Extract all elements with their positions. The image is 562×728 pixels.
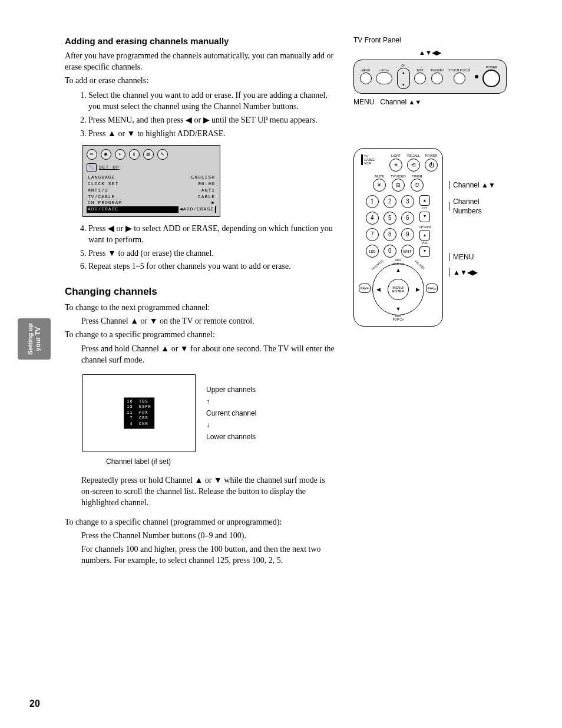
right-arrow-icon: ▶	[125, 223, 132, 233]
menu-icon: ▥	[143, 149, 154, 160]
down-arrow-icon: ▼	[127, 129, 135, 138]
ch-up-button: ▴	[419, 195, 430, 206]
channel-rocker: ▴▾	[397, 68, 410, 89]
menu-icon: ▭	[87, 149, 97, 160]
num-7-button: 7	[366, 228, 379, 241]
front-panel-title: TV Front Panel	[353, 35, 507, 45]
step-1: Select the channel you want to add or er…	[88, 90, 336, 113]
para: After you have programmed the channels a…	[65, 51, 336, 73]
para: To change to the next programmed channel…	[65, 302, 336, 314]
side-column: TV Front Panel ▲▼◀▶ MENU −VOL+ CH ▴▾ EXI…	[353, 35, 507, 568]
down-arrow-icon: ▼	[214, 475, 222, 485]
vol-down-button: ▾	[419, 246, 430, 257]
right-arrow-icon: ▶	[203, 115, 210, 124]
nav-arrows-icon: ▲▼◀▶	[353, 48, 507, 57]
step-4: Press ◀ or ▶ to select ADD or ERASE, dep…	[88, 223, 336, 246]
para: To add or erase channels:	[65, 75, 336, 87]
recall-button: ⟲	[407, 159, 420, 172]
nav-down-icon: ▼	[396, 305, 401, 312]
down-arrow-icon: ▼	[150, 316, 158, 325]
para: To change to a specific channel (program…	[65, 517, 336, 528]
para: To change to a specific programmed chann…	[65, 330, 336, 341]
nav-ring: FAVORITE PIC SIZE ADV. POP CH ▲ ▼ ◀ ▶ ME…	[372, 263, 424, 315]
callout-channel-numbers: Channel Numbers	[449, 202, 507, 210]
para: For channels 100 and higher, press the 1…	[65, 544, 336, 566]
num-8-button: 8	[384, 228, 396, 241]
wrench-icon: 🔧	[87, 163, 97, 172]
led-icon	[475, 75, 478, 78]
up-arrow-icon: ↑	[206, 397, 256, 406]
label-upper: Upper channels	[206, 385, 256, 394]
para: Repeatedly press or hold Channel ▲ or ▼ …	[65, 475, 336, 509]
setup-title: SET UP	[99, 164, 120, 171]
callout-channel-ud: Channel ▲▼	[449, 181, 507, 189]
section-tab: Setting upyour TV	[18, 318, 51, 360]
fav-up-button: FAV▴	[426, 284, 438, 293]
up-arrow-icon: ▲	[108, 129, 116, 138]
num-4-button: 4	[366, 212, 379, 225]
tvvideo-button	[431, 73, 443, 84]
num-0-button: 0	[384, 245, 396, 258]
main-column: Adding and erasing channels manually Aft…	[65, 35, 336, 568]
up-arrow-icon: ▲	[161, 344, 169, 353]
surf-caption: Channel label (if set)	[106, 457, 336, 466]
nav-left-icon: ◀	[376, 286, 381, 293]
power-button	[482, 70, 500, 87]
num-6-button: 6	[401, 212, 414, 225]
setup-row-highlighted: ADD/ERASE◀ADD/ERASE	[87, 206, 216, 213]
remote-callouts: Channel ▲▼ Channel Numbers MENU ▲▼◀▶	[449, 148, 507, 327]
step-2: Press MENU, and then press ◀ or ▶ until …	[88, 114, 336, 126]
heading-changing-channels: Changing channels	[65, 285, 336, 299]
menu-enter-button: MENU/ ENTER	[388, 279, 409, 300]
num-9-button: 9	[401, 228, 414, 241]
para: Press and hold Channel ▲ or ▼ for about …	[65, 343, 336, 366]
vol-button	[376, 73, 392, 84]
para: Press the Channel Number buttons (0–9 an…	[65, 531, 336, 542]
touchfocus-button	[454, 73, 465, 84]
ch-down-button: ▾	[419, 212, 430, 222]
left-arrow-icon: ◀	[186, 115, 192, 124]
down-arrow-icon: ▼	[180, 344, 189, 353]
menu-icon: ◉	[101, 149, 111, 160]
nav-right-icon: ▶	[416, 286, 420, 293]
vol-up-button: ▴	[419, 230, 430, 241]
num-100-button: 100	[366, 245, 379, 258]
setup-menu-figure: ▭ ◉ ✦ ▯ ▥ ✎ 🔧 SET UP LANGUAGEENGLISH CLO…	[82, 145, 220, 217]
num-3-button: 3	[401, 195, 414, 208]
power-button: ⏻	[425, 159, 438, 172]
menu-icon: ✦	[115, 149, 125, 160]
label-lower: Lower channels	[206, 432, 256, 442]
label-current: Current channel	[206, 409, 256, 418]
down-arrow-icon: ↓	[206, 420, 256, 430]
ent-button: ENT	[401, 245, 414, 258]
step-3: Press ▲ or ▼ to highlight ADD/ERASE.	[88, 128, 336, 140]
device-switch: TV CABLE VCR	[361, 154, 375, 165]
page-number: 20	[29, 697, 40, 710]
mute-button: ✕	[373, 179, 386, 192]
para: Press Channel ▲ or ▼ on the TV or remote…	[65, 315, 336, 327]
left-arrow-icon: ◀	[108, 223, 114, 233]
up-arrow-icon: ▲	[194, 475, 203, 485]
front-panel-figure: MENU −VOL+ CH ▴▾ EXIT TV/VIDEO TOUCH FOC…	[353, 60, 507, 94]
channel-surf-figure: 16 TBS 13 ESPN 11 FOX 7 CBS 4 CNN Upper …	[82, 374, 336, 452]
remote-figure: TV CABLE VCR LIGHT☀ RECALL⟲ POWER⏻ MUTE✕…	[353, 148, 443, 327]
num-2-button: 2	[384, 195, 396, 208]
fav-down-button: FAV▾	[359, 284, 371, 293]
menu-icon: ✎	[157, 149, 168, 160]
timer-button: ⏱	[411, 179, 424, 192]
menu-button	[360, 73, 372, 84]
tvvideo-button: ⊟	[392, 179, 405, 192]
callout-menu: MENU	[449, 253, 507, 261]
up-arrow-icon: ▲	[130, 316, 138, 325]
step-6: Repeat steps 1–5 for other channels you …	[88, 261, 336, 272]
num-5-button: 5	[384, 212, 396, 225]
exit-button	[414, 73, 426, 84]
callout-nav-arrows: ▲▼◀▶	[449, 268, 507, 276]
step-5: Press ▼ to add (or erase) the channel.	[88, 248, 336, 259]
channel-list: 16 TBS 13 ESPN 11 FOX 7 CBS 4 CNN	[124, 397, 154, 429]
down-arrow-icon: ▼	[108, 248, 116, 258]
nav-up-icon: ▲	[396, 266, 401, 274]
heading-add-erase: Adding and erasing channels manually	[65, 35, 336, 47]
menu-icon: ▯	[129, 149, 140, 160]
num-1-button: 1	[366, 195, 379, 208]
